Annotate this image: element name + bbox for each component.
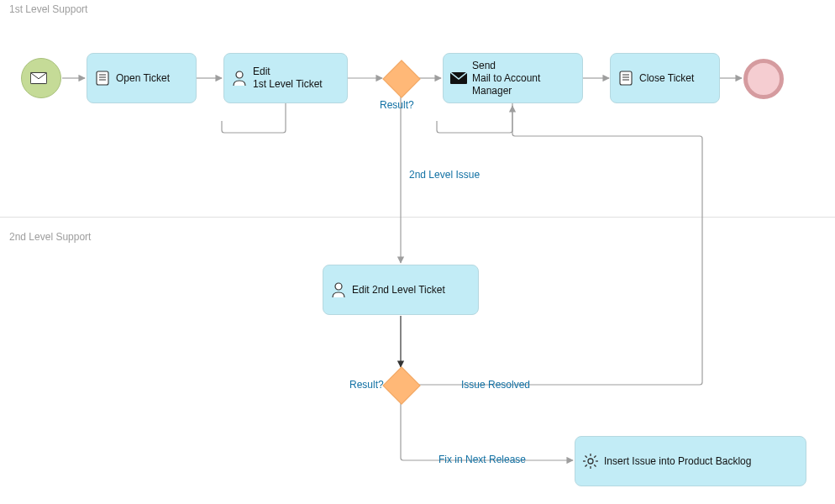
edge-editl1-feedback [222,103,286,133]
task-insert-backlog-label: Insert Issue into Product Backlog [604,455,799,468]
task-edit-l2[interactable]: Edit 2nd Level Ticket [323,265,479,315]
task-send-mail-label: Send Mail to Account Manager [472,60,575,97]
edge-g2-fix-to-backlog [401,403,573,460]
svg-point-4 [588,459,593,464]
gateway-result-1-label: Result? [380,99,414,111]
edge-g2-resolved-to-sendmail [418,106,702,385]
task-send-mail[interactable]: Send Mail to Account Manager [443,53,583,103]
task-open-ticket-label: Open Ticket [116,72,189,85]
mail-filled-icon [450,70,467,87]
task-edit-l2-label: Edit 2nd Level Ticket [352,284,471,297]
svg-line-12 [586,465,587,466]
svg-point-3 [335,283,342,290]
edge-sendmail-feedback-a [437,103,512,133]
task-edit-l1[interactable]: Edit 1st Level Ticket [223,53,348,103]
flow-label-issue-resolved: Issue Resolved [461,379,530,391]
task-close-ticket[interactable]: Close Ticket [610,53,720,103]
user-icon [330,281,347,298]
svg-point-1 [236,71,243,78]
svg-line-9 [586,456,587,458]
lane-2-label: 2nd Level Support [9,231,91,243]
script-icon [94,70,111,87]
script-icon [617,70,634,87]
gear-icon [582,453,599,470]
bpmn-canvas: 1st Level Support 2nd Level Support [0,0,835,504]
task-close-ticket-label: Close Ticket [639,72,712,85]
task-open-ticket[interactable]: Open Ticket [87,53,197,103]
svg-line-11 [594,456,596,458]
lane-divider [0,217,835,218]
flow-label-fix-next-release: Fix in Next Release [439,454,526,465]
task-edit-l1-label: Edit 1st Level Ticket [253,66,340,91]
task-insert-backlog[interactable]: Insert Issue into Product Backlog [575,436,806,486]
gateway-result-2[interactable] [382,366,420,404]
flow-label-2nd-level-issue: 2nd Level Issue [409,169,480,181]
lane-1-label: 1st Level Support [9,3,87,15]
end-event[interactable] [743,59,784,99]
gateway-result-1[interactable] [382,60,420,97]
gateway-result-2-label: Result? [349,379,384,391]
envelope-icon [30,70,47,87]
start-event[interactable] [21,58,61,98]
svg-line-10 [594,465,596,466]
user-icon [231,70,248,87]
